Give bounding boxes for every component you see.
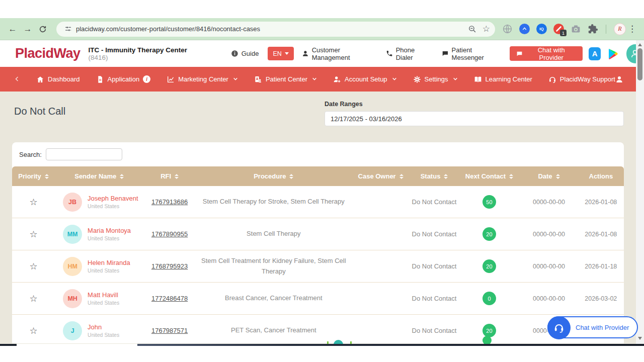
- page-scrollbar[interactable]: [636, 40, 644, 344]
- sender-name-link[interactable]: Joseph Benavent: [88, 195, 138, 202]
- date-text: 0000-00-00: [520, 199, 578, 206]
- sort-icon[interactable]: [509, 174, 513, 179]
- nav-item-patient-center[interactable]: Patient Center: [254, 75, 317, 83]
- action-date-text: 2026-01-18: [578, 263, 624, 270]
- phone-dialer-link[interactable]: Phone Dialer: [386, 46, 431, 61]
- scroll-down-icon[interactable]: [638, 337, 642, 340]
- next-contact-badge: 20: [482, 324, 496, 337]
- priority-star-icon[interactable]: ☆: [29, 197, 37, 208]
- nav-item-application[interactable]: Application i: [96, 75, 151, 83]
- chart-icon: [167, 75, 175, 83]
- forward-icon[interactable]: →: [20, 24, 35, 34]
- sort-icon[interactable]: [120, 174, 124, 179]
- sender-country: United States: [88, 235, 131, 241]
- sender-name-link[interactable]: John: [88, 323, 119, 331]
- sender-name-link[interactable]: Maria Montoya: [88, 227, 131, 234]
- browser-profile-avatar[interactable]: R: [614, 23, 626, 35]
- zoom-icon[interactable]: [468, 25, 476, 33]
- column-header-next-contact[interactable]: Next Contact: [459, 172, 520, 180]
- sender-country: United States: [88, 300, 119, 306]
- headset-icon: [548, 75, 556, 83]
- placidway-logo[interactable]: PlacidWay: [15, 46, 80, 61]
- scroll-up-icon[interactable]: [638, 43, 642, 46]
- extensions-puzzle-icon[interactable]: [588, 24, 598, 34]
- priority-star-icon[interactable]: ☆: [29, 261, 37, 272]
- chat-with-provider-button[interactable]: Chat with Provider: [510, 46, 583, 61]
- rfi-link[interactable]: 1767913686: [151, 198, 188, 206]
- priority-star-icon[interactable]: ☆: [29, 229, 37, 240]
- blocker-extension-icon[interactable]: 1: [553, 24, 564, 34]
- sender-name-link[interactable]: Matt Havill: [88, 291, 119, 299]
- date-text: 0000-00-00: [520, 295, 578, 302]
- info-icon: [231, 50, 238, 57]
- language-selector[interactable]: EN: [268, 47, 293, 60]
- sort-icon[interactable]: [289, 174, 293, 179]
- camera-extension-icon[interactable]: [571, 24, 581, 34]
- column-header-sender-name[interactable]: Sender Name: [55, 172, 143, 180]
- sort-icon[interactable]: [556, 174, 560, 179]
- nav-item-marketing-center[interactable]: Marketing Center: [167, 75, 238, 83]
- sort-icon[interactable]: [444, 174, 448, 179]
- bookmark-star-icon[interactable]: ☆: [482, 25, 490, 33]
- avatar: J: [63, 321, 82, 340]
- back-icon[interactable]: ←: [5, 24, 20, 34]
- customer-management-link[interactable]: Customer Management: [302, 46, 375, 61]
- nav-item-dashboard[interactable]: Dashboard: [36, 75, 80, 83]
- status-text: Do Not Contact: [410, 327, 458, 334]
- column-header-status[interactable]: Status: [410, 172, 458, 180]
- sender-name-link[interactable]: Helen Miranda: [88, 259, 130, 266]
- browser-menu-icon[interactable]: ⋮: [628, 24, 636, 34]
- rfi-link[interactable]: 1767987571: [151, 327, 188, 334]
- column-header-rfi[interactable]: RFI: [143, 172, 195, 180]
- table-row[interactable]: ☆ JB Joseph Benavent United States 17679…: [12, 186, 624, 218]
- sort-icon[interactable]: [399, 174, 404, 179]
- nav-item-settings[interactable]: Settings: [413, 75, 458, 83]
- address-bar[interactable]: placidway.com/customer-portal/customer/8…: [56, 22, 495, 37]
- reload-icon[interactable]: [35, 25, 50, 33]
- column-header-case-owner[interactable]: Case Owner: [352, 172, 410, 180]
- search-input[interactable]: [46, 148, 122, 160]
- nav-scroll-left-icon[interactable]: [14, 75, 20, 84]
- site-info-icon[interactable]: [64, 25, 72, 33]
- chat-icon: [516, 50, 523, 57]
- date-ranges-label: Date Ranges: [325, 101, 624, 108]
- procedure-text: PET Scan, Cancer Treatment: [196, 325, 352, 335]
- procedure-text: Breast Cancer, Cancer Treatment: [196, 293, 352, 303]
- priority-star-icon[interactable]: ☆: [29, 293, 37, 304]
- table-row[interactable]: ☆ MH Matt Havill United States 177248647…: [12, 283, 624, 315]
- google-play-icon[interactable]: [607, 47, 619, 60]
- procedure-text: Stem Cell Treatment for Kidney Failure, …: [196, 256, 352, 276]
- sort-icon[interactable]: [175, 174, 179, 179]
- nav-user-icon[interactable]: [615, 75, 623, 83]
- table-row[interactable]: ☆ J John United States 1767987571 PET Sc…: [12, 315, 624, 343]
- table-row[interactable]: ☆ MM Maria Montoya United States 1767890…: [12, 218, 624, 250]
- chevron-down-icon: [391, 75, 397, 83]
- column-header-priority[interactable]: Priority: [12, 172, 55, 180]
- rfi-link[interactable]: 1772486478: [151, 295, 188, 302]
- rfi-link[interactable]: 1768795923: [151, 262, 188, 270]
- chevron-down-icon: [285, 52, 289, 55]
- vpn-extension-icon[interactable]: [519, 24, 530, 34]
- globe-extension-icon[interactable]: [502, 24, 513, 34]
- column-header-date[interactable]: Date: [520, 172, 578, 180]
- phone-icon: [386, 50, 393, 57]
- rfi-link[interactable]: 1767890955: [151, 230, 188, 238]
- floating-chat-button[interactable]: Chat with Provider: [547, 316, 638, 338]
- person-icon: [615, 75, 623, 83]
- nav-item-placidway-support[interactable]: PlacidWay Support: [548, 75, 615, 83]
- person-icon: [302, 50, 309, 57]
- main-navigation: Dashboard Application i Marketing Center…: [0, 67, 644, 92]
- iq-extension-icon[interactable]: IQ: [536, 24, 547, 34]
- table-row[interactable]: ☆ HM Helen Miranda United States 1768795…: [12, 250, 624, 283]
- nav-item-account-setup[interactable]: Account Setup: [333, 75, 397, 83]
- nav-item-learning-center[interactable]: Learning Center: [474, 75, 532, 83]
- app-store-icon[interactable]: A: [589, 47, 601, 60]
- date-range-input[interactable]: [325, 111, 624, 126]
- patient-messenger-link[interactable]: Patient Messenger: [442, 46, 502, 61]
- next-contact-badge: 0: [482, 292, 496, 305]
- priority-star-icon[interactable]: ☆: [29, 325, 37, 336]
- column-header-procedure[interactable]: Procedure: [196, 172, 352, 180]
- guide-link[interactable]: Guide: [231, 50, 259, 57]
- scrollbar-thumb[interactable]: [637, 48, 642, 80]
- sort-icon[interactable]: [45, 174, 49, 179]
